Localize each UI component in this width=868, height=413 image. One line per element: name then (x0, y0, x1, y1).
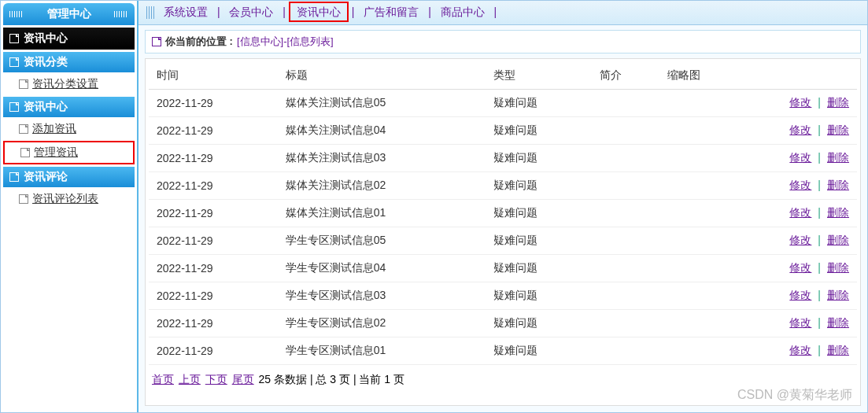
delete-link[interactable]: 删除 (827, 289, 849, 301)
cell-type: 疑难问题 (486, 227, 593, 255)
topnav-item[interactable]: 会员中心 (223, 4, 279, 20)
pager-prev[interactable]: 上页 (179, 373, 201, 385)
cell-time: 2022-11-29 (149, 227, 278, 255)
breadcrumb-prefix: 你当前的位置 : (165, 35, 233, 49)
edit-link[interactable]: 修改 (789, 124, 811, 136)
doc-icon (20, 148, 30, 157)
sidebar-category-title: 资讯分类 (3, 52, 135, 72)
topnav-item[interactable]: 资讯中心 (289, 2, 349, 22)
cell-actions: 修改|删除 (747, 145, 857, 172)
doc-icon (9, 102, 19, 112)
action-separator: | (811, 179, 827, 191)
edit-link[interactable]: 修改 (789, 261, 811, 274)
table-row: 2022-11-29学生专区测试信息01疑难问题修改|删除 (149, 337, 857, 365)
sidebar-item[interactable]: 资讯分类设置 (3, 74, 135, 94)
cell-type: 疑难问题 (486, 200, 593, 227)
cell-thumb (659, 310, 747, 337)
cell-thumb (659, 117, 747, 145)
sidebar-item-link[interactable]: 资讯分类设置 (32, 77, 98, 91)
cell-actions: 修改|删除 (747, 200, 857, 227)
cell-actions: 修改|删除 (747, 227, 857, 255)
delete-link[interactable]: 删除 (827, 206, 849, 219)
delete-link[interactable]: 删除 (827, 316, 849, 329)
doc-icon (19, 124, 28, 134)
cell-title: 学生专区测试信息02 (278, 310, 486, 337)
topnav-item[interactable]: 广告和留言 (357, 4, 425, 20)
cell-title: 学生专区测试信息04 (278, 255, 486, 282)
sidebar-item-link[interactable]: 资讯评论列表 (32, 192, 98, 206)
cell-time: 2022-11-29 (149, 310, 278, 337)
pager-last[interactable]: 尾页 (232, 373, 254, 385)
table-row: 2022-11-29媒体关注测试信息01疑难问题修改|删除 (149, 200, 857, 227)
sidebar-item-link[interactable]: 添加资讯 (32, 122, 76, 136)
edit-link[interactable]: 修改 (789, 96, 811, 109)
cell-type: 疑难问题 (486, 117, 593, 145)
cell-thumb (659, 255, 747, 282)
delete-link[interactable]: 删除 (827, 96, 849, 109)
cell-time: 2022-11-29 (149, 282, 278, 310)
cell-type: 疑难问题 (486, 255, 593, 282)
delete-link[interactable]: 删除 (827, 179, 849, 191)
cell-actions: 修改|删除 (747, 337, 857, 365)
cell-time: 2022-11-29 (149, 90, 278, 117)
pager-first[interactable]: 首页 (152, 373, 174, 385)
action-separator: | (811, 289, 827, 301)
action-separator: | (811, 96, 827, 109)
sidebar-item[interactable]: 添加资讯 (3, 119, 135, 139)
cell-type: 疑难问题 (486, 90, 593, 117)
edit-link[interactable]: 修改 (789, 234, 811, 246)
cell-title: 媒体关注测试信息01 (278, 200, 486, 227)
doc-icon (9, 172, 19, 182)
cell-intro (592, 282, 659, 310)
col-title: 标题 (278, 62, 486, 90)
sidebar-item[interactable]: 管理资讯 (3, 141, 135, 164)
delete-link[interactable]: 删除 (827, 124, 849, 136)
action-separator: | (811, 151, 827, 164)
edit-link[interactable]: 修改 (789, 316, 811, 329)
cell-thumb (659, 200, 747, 227)
cell-title: 媒体关注测试信息04 (278, 117, 486, 145)
edit-link[interactable]: 修改 (789, 344, 811, 356)
cell-intro (592, 255, 659, 282)
sidebar-item[interactable]: 资讯评论列表 (3, 189, 135, 209)
sidebar: 管理中心 资讯中心 资讯分类资讯分类设置资讯中心添加资讯管理资讯资讯评论资讯评论… (1, 1, 139, 412)
cell-title: 媒体关注测试信息05 (278, 90, 486, 117)
cell-type: 疑难问题 (486, 282, 593, 310)
pager-next[interactable]: 下页 (205, 373, 227, 385)
table-row: 2022-11-29学生专区测试信息05疑难问题修改|删除 (149, 227, 857, 255)
sidebar-category-title: 资讯中心 (3, 97, 135, 117)
cell-intro (592, 90, 659, 117)
action-separator: | (811, 124, 827, 136)
delete-link[interactable]: 删除 (827, 151, 849, 164)
topnav-separator: | (279, 6, 288, 18)
breadcrumb: 你当前的位置 : [信息中心]-[信息列表] (145, 30, 861, 53)
topnav-separator: | (425, 6, 434, 18)
cell-actions: 修改|删除 (747, 172, 857, 200)
table-row: 2022-11-29媒体关注测试信息04疑难问题修改|删除 (149, 117, 857, 145)
topnav-item[interactable]: 商品中心 (434, 4, 491, 20)
cell-type: 疑难问题 (486, 172, 593, 200)
edit-link[interactable]: 修改 (789, 289, 811, 301)
cell-type: 疑难问题 (486, 337, 593, 365)
topnav-item[interactable]: 系统设置 (157, 4, 214, 20)
cell-intro (592, 172, 659, 200)
delete-link[interactable]: 删除 (827, 234, 849, 246)
delete-link[interactable]: 删除 (827, 344, 849, 356)
cell-title: 学生专区测试信息03 (278, 282, 486, 310)
cell-type: 疑难问题 (486, 145, 593, 172)
edit-link[interactable]: 修改 (789, 206, 811, 219)
sidebar-category-label: 资讯分类 (24, 55, 68, 69)
cell-intro (592, 310, 659, 337)
sidebar-item-link[interactable]: 管理资讯 (34, 146, 78, 160)
edit-link[interactable]: 修改 (789, 151, 811, 164)
cell-title: 学生专区测试信息01 (278, 337, 486, 365)
nav-decoration-icon (146, 6, 154, 19)
sidebar-header: 管理中心 (3, 3, 135, 25)
topnav-separator: | (491, 6, 497, 18)
edit-link[interactable]: 修改 (789, 179, 811, 191)
app-container: 管理中心 资讯中心 资讯分类资讯分类设置资讯中心添加资讯管理资讯资讯评论资讯评论… (0, 0, 868, 413)
topnav-separator: | (214, 6, 223, 18)
delete-link[interactable]: 删除 (827, 261, 849, 274)
cell-intro (592, 337, 659, 365)
topnav-separator: | (349, 6, 357, 18)
